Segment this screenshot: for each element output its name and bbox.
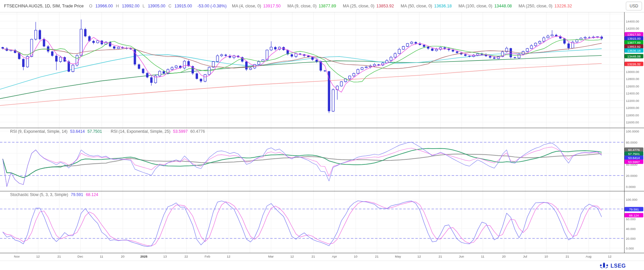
currency-selector[interactable]: USD bbox=[626, 2, 642, 10]
change-readout: -53.00 (-0.38%) bbox=[197, 4, 227, 8]
date-label: Jun bbox=[459, 255, 464, 258]
date-label: Dec bbox=[78, 255, 83, 258]
date-label: Mar bbox=[268, 255, 274, 258]
date-label: May bbox=[395, 255, 401, 258]
price-value-chip: 13636.18 bbox=[625, 48, 643, 53]
stoch-value1: 79.591 bbox=[71, 192, 83, 197]
rsi1-label: RSI (9, Exponential, Simple, 14) bbox=[10, 129, 68, 134]
ma-legend-entry-9[interactable]: MA (9, close, 0)13877.89 bbox=[287, 4, 336, 8]
date-label: 21 bbox=[375, 255, 379, 258]
price-axis-tick: 14400.00 bbox=[626, 20, 639, 23]
date-label: 12 bbox=[290, 255, 294, 258]
ma-legend-label: MA (100, close, 0) bbox=[458, 4, 492, 8]
ma-legend-label: MA (50, close, 0) bbox=[401, 4, 432, 8]
date-label: Nov bbox=[14, 255, 20, 258]
ma-legend-entry-250[interactable]: MA (250, close, 0)13226.32 bbox=[519, 4, 572, 8]
rsi2-value1: 53.5997 bbox=[173, 129, 188, 134]
price-axis-tick: 11800.00 bbox=[626, 113, 639, 117]
ma-legend-entry-4[interactable]: MA (4, close, 0)13917.50 bbox=[232, 4, 281, 8]
price-axis-tick: 13000.00 bbox=[626, 70, 639, 74]
date-label: 12 bbox=[36, 255, 40, 258]
ma-legend-label: MA (4, close, 0) bbox=[232, 4, 261, 8]
date-label: 12 bbox=[608, 255, 612, 258]
ma-legend-label: MA (9, close, 0) bbox=[287, 4, 317, 8]
date-label: 11 bbox=[481, 255, 484, 258]
ohlc-value: 13992.00 bbox=[122, 4, 139, 8]
stoch-value-chip: 68.124 bbox=[625, 213, 643, 218]
rsi-indicator-title[interactable]: RSI (9, Exponential, Simple, 14) 53.6414… bbox=[10, 129, 205, 134]
rsi1-value1: 53.6414 bbox=[70, 129, 85, 134]
ma-legend-label: MA (25, close, 0) bbox=[343, 4, 374, 8]
ma-legend-value: 13853.92 bbox=[376, 4, 394, 8]
stoch-axis-tick: 40.000 bbox=[626, 227, 636, 230]
price-value-chip: 13448.08 bbox=[625, 54, 643, 59]
date-label: 10 bbox=[354, 255, 358, 258]
date-label: 10 bbox=[545, 255, 548, 258]
rsi-axis-tick: 0.0000 bbox=[626, 185, 636, 189]
price-axis-tick: 12000.00 bbox=[626, 106, 639, 110]
rsi-axis-tick: 80.0000 bbox=[626, 141, 637, 144]
rsi2-label: RSI (14, Exponential, Simple, 25) bbox=[111, 129, 170, 134]
ma-legend-value: 13877.89 bbox=[319, 4, 336, 8]
date-label: 21 bbox=[439, 255, 442, 258]
stoch-value2: 68.124 bbox=[86, 192, 98, 197]
ohlc-letter: O bbox=[89, 4, 92, 8]
stoch-axis-tick: 0.000 bbox=[626, 246, 634, 250]
ohlc-value: 13905.00 bbox=[148, 4, 165, 8]
price-axis-tick: 11600.00 bbox=[626, 120, 639, 124]
date-label: Jul bbox=[523, 255, 527, 258]
price-value-chip: 13226.32 bbox=[625, 62, 643, 66]
stoch-axis-tick: 100.000 bbox=[626, 197, 637, 201]
lseg-wordmark: LSEG bbox=[610, 263, 626, 269]
ohlc-value: 13966.00 bbox=[95, 4, 113, 8]
stoch-axis-tick: 60.000 bbox=[626, 217, 636, 221]
date-label: 20 bbox=[502, 255, 506, 258]
symbol-title[interactable]: FTSECHINA AUG25, 1D, SIM, Trade Price bbox=[4, 4, 84, 8]
ma-legend-entry-100[interactable]: MA (100, close, 0)13448.08 bbox=[458, 4, 512, 8]
ma-legend-value: 13448.08 bbox=[494, 4, 512, 8]
date-label: 12 bbox=[227, 255, 231, 258]
stoch-value-chip: 79.591 bbox=[625, 207, 643, 211]
lseg-watermark: LSEG bbox=[599, 263, 626, 269]
ohlc-value: 13915.00 bbox=[174, 4, 192, 8]
rsi-axis-tick: 20.0000 bbox=[626, 174, 637, 178]
date-label: 12 bbox=[417, 255, 421, 258]
ma-legend-value: 13226.32 bbox=[555, 4, 572, 8]
stoch-axis-tick: 20.000 bbox=[626, 236, 636, 240]
ohlc-letter: H bbox=[116, 4, 119, 8]
ohlc-letter: C bbox=[168, 4, 171, 8]
price-axis-tick: 12400.00 bbox=[626, 91, 639, 95]
ma-legend-value: 13917.50 bbox=[263, 4, 281, 8]
ma-legend-entry-50[interactable]: MA (50, close, 0)13636.18 bbox=[401, 4, 452, 8]
ohlc-letter: L bbox=[143, 4, 145, 8]
price-axis-tick: 14200.00 bbox=[626, 27, 639, 30]
date-label: 21 bbox=[566, 255, 569, 258]
ohlc-readout: O13966.00H13992.00L13905.00C13915.00 bbox=[89, 4, 192, 8]
rsi1-value2: 57.7501 bbox=[87, 129, 102, 134]
ma-legend-entry-25[interactable]: MA (25, close, 0)13853.92 bbox=[343, 4, 394, 8]
rsi-axis-tick: 100.0000 bbox=[626, 129, 639, 133]
date-label: 21 bbox=[312, 255, 315, 258]
rsi2-value2: 60.4776 bbox=[190, 129, 205, 134]
spacer bbox=[105, 129, 108, 134]
chart-canvas[interactable] bbox=[0, 0, 644, 270]
date-label: Apr bbox=[332, 255, 337, 258]
chart-legend-header: FTSECHINA AUG25, 1D, SIM, Trade Price O1… bbox=[0, 0, 572, 12]
ma-legend: MA (4, close, 0)13917.50MA (9, close, 0)… bbox=[232, 4, 572, 8]
chart-window: FTSECHINA AUG25, 1D, SIM, Trade Price O1… bbox=[0, 0, 644, 270]
date-label: 13 bbox=[163, 255, 167, 258]
ma-legend-label: MA (250, close, 0) bbox=[519, 4, 553, 8]
date-label: 21 bbox=[57, 255, 61, 258]
date-label: 20 bbox=[121, 255, 125, 258]
stoch-label: Stochastic Slow (5, 3, 3, Simple) bbox=[10, 192, 68, 197]
stoch-indicator-title[interactable]: Stochastic Slow (5, 3, 3, Simple) 79.591… bbox=[10, 192, 98, 197]
date-label: Aug bbox=[586, 255, 592, 258]
date-label: 22 bbox=[185, 255, 188, 258]
date-label: 2025 bbox=[140, 255, 147, 258]
date-label: Feb bbox=[205, 255, 210, 258]
price-axis-tick: 12200.00 bbox=[626, 99, 639, 102]
price-axis-tick: 12600.00 bbox=[626, 84, 639, 88]
ma-legend-value: 13636.18 bbox=[434, 4, 452, 8]
rsi-value-chip: 53.5997 bbox=[625, 160, 643, 164]
price-axis-tick: 12800.00 bbox=[626, 77, 639, 81]
